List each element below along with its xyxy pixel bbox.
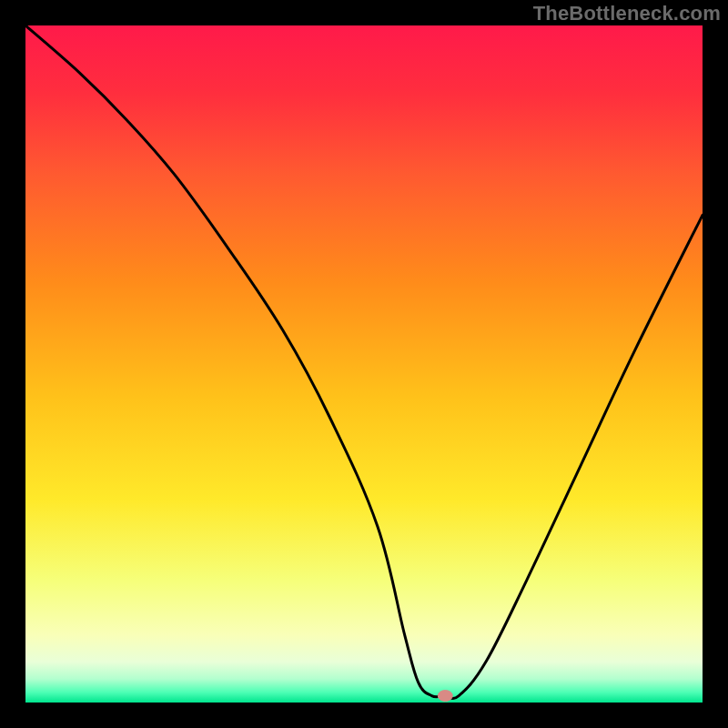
watermark-label: TheBottleneck.com xyxy=(533,2,721,25)
gradient-background xyxy=(25,25,703,703)
optimal-point-marker xyxy=(438,691,452,702)
chart-frame: TheBottleneck.com xyxy=(0,0,728,728)
bottleneck-chart xyxy=(25,25,703,703)
